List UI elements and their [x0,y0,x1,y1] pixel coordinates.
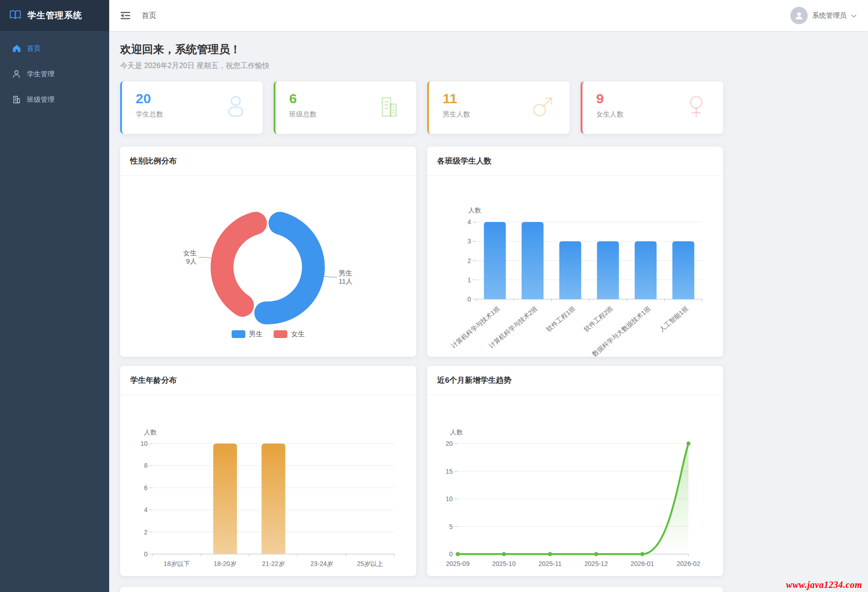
svg-text:4: 4 [467,218,471,226]
sidebar-item-classes[interactable]: 班级管理 [0,87,109,112]
chevron-down-icon [851,11,857,20]
building-icon [377,95,402,121]
sidebar-fold-icon[interactable] [121,11,131,20]
chart-title: 性别比例分布 [120,147,416,176]
svg-text:软件工程2班: 软件工程2班 [582,305,614,333]
trend-line-card: 近6个月新增学生趋势 05101520人数2025-092025-102025-… [427,366,723,576]
svg-text:2: 2 [144,529,148,536]
svg-text:2: 2 [467,257,471,264]
svg-text:人数: 人数 [144,428,157,436]
svg-text:8: 8 [144,462,148,469]
svg-text:18-20岁: 18-20岁 [214,560,237,567]
sidebar-item-label: 班级管理 [27,95,54,104]
sidebar-item-label: 学生管理 [27,70,54,79]
class-bar-chart: 01234人数计算机科学与技术1班计算机科学与技术2班软件工程1班软件工程2班数… [427,176,723,357]
legend-item-female[interactable]: 女生 [274,330,305,338]
svg-text:女生: 女生 [183,249,197,257]
svg-text:3: 3 [467,238,471,245]
svg-text:1: 1 [467,276,471,284]
svg-text:2025-09: 2025-09 [446,560,470,567]
next-card-sliver [120,587,723,592]
sidebar-item-label: 首页 [27,44,41,53]
svg-text:21-22岁: 21-22岁 [262,560,285,567]
age-bar-card: 学生年龄分布 0246810人数18岁以下18-20岁21-22岁23-24岁2… [120,366,416,576]
svg-text:5: 5 [449,523,453,530]
stat-card-classes: 6 班级总数 [274,81,416,134]
stat-cards-row: 20 学生总数 6 班级总数 11 男生 [120,81,723,134]
svg-text:10: 10 [445,495,453,502]
gender-pie-card: 性别比例分布 男生11人女生9人 男生 女生 [120,147,416,357]
user-icon [223,95,248,121]
svg-text:人工智能1班: 人工智能1班 [658,305,690,333]
watermark: www.java1234.com [786,580,862,590]
svg-text:2026-01: 2026-01 [630,560,654,567]
svg-text:男生: 男生 [339,269,352,277]
chart-title: 各班级学生人数 [427,147,723,176]
svg-text:20: 20 [445,440,453,447]
user-icon [12,70,21,78]
svg-text:11人: 11人 [339,277,353,285]
svg-text:0: 0 [144,550,148,558]
main-content: 欢迎回来，系统管理员！ 今天是 2026年2月20日 星期五，祝您工作愉快 20… [120,42,723,592]
svg-text:0: 0 [449,550,453,558]
svg-text:25岁以上: 25岁以上 [357,560,383,567]
svg-text:23-24岁: 23-24岁 [310,560,333,567]
breadcrumb[interactable]: 首页 [142,11,156,21]
svg-text:软件工程1班: 软件工程1班 [545,305,577,333]
user-name: 系统管理员 [812,11,847,20]
age-bar-chart: 0246810人数18岁以下18-20岁21-22岁23-24岁25岁以上 [120,395,416,576]
svg-text:2026-02: 2026-02 [677,560,700,567]
page-title: 欢迎回来，系统管理员！ [120,42,723,57]
svg-text:2025-12: 2025-12 [584,560,608,567]
legend-item-male[interactable]: 男生 [232,330,263,338]
page-subtitle: 今天是 2026年2月20日 星期五，祝您工作愉快 [120,61,723,71]
sidebar: 学生管理系统 首页 学生管理 [0,0,109,592]
svg-text:2025-10: 2025-10 [492,560,516,567]
sidebar-item-students[interactable]: 学生管理 [0,61,109,87]
legend-label: 男生 [249,330,263,338]
svg-text:10: 10 [140,440,148,447]
stat-card-students: 20 学生总数 [120,81,263,134]
female-icon [684,95,709,121]
user-menu[interactable]: 系统管理员 [790,7,857,24]
chart-title: 近6个月新增学生趋势 [427,366,723,395]
svg-text:18岁以下: 18岁以下 [164,560,190,567]
pie-legend: 男生 女生 [120,330,416,338]
top-header: 首页 系统管理员 [109,0,868,31]
svg-text:6: 6 [144,484,148,492]
svg-text:人数: 人数 [468,206,481,214]
class-bar-card: 各班级学生人数 01234人数计算机科学与技术1班计算机科学与技术2班软件工程1… [427,147,723,357]
svg-text:人数: 人数 [450,428,463,436]
app-logo: 学生管理系统 [0,0,109,31]
svg-text:2025-11: 2025-11 [539,560,562,567]
male-icon [530,95,555,121]
book-icon [9,9,21,22]
home-icon [12,44,21,53]
avatar [790,7,808,24]
trend-line-chart: 05101520人数2025-092025-102025-112025-1220… [427,395,723,576]
svg-text:9人: 9人 [186,257,196,265]
legend-label: 女生 [291,330,305,338]
chart-title: 学生年龄分布 [120,366,416,395]
svg-text:4: 4 [144,506,148,513]
stat-card-female: 9 女生人数 [581,81,723,134]
app-title: 学生管理系统 [27,10,82,21]
sidebar-menu: 首页 学生管理 班级管理 [0,31,109,112]
legend-swatch [232,330,245,338]
building-icon [12,95,21,104]
svg-text:15: 15 [445,468,453,475]
sidebar-item-home[interactable]: 首页 [0,36,109,61]
stat-card-male: 11 男生人数 [427,81,570,134]
svg-text:0: 0 [467,296,471,303]
legend-swatch [274,330,287,338]
